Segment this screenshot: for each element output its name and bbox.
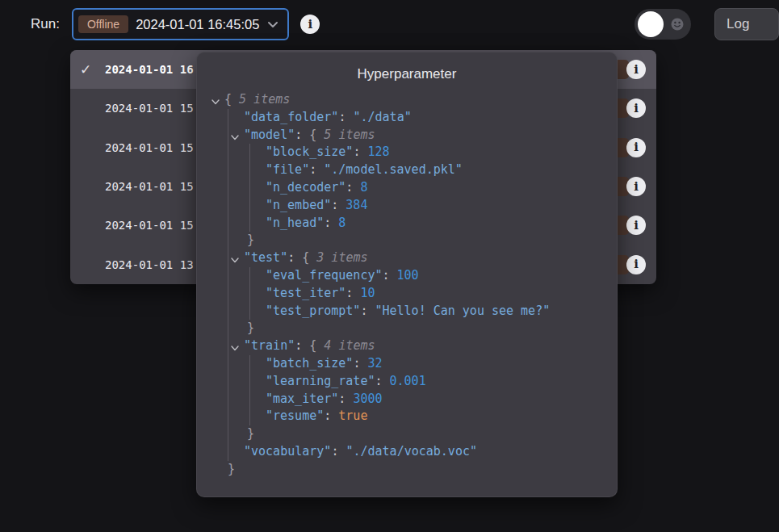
- json-key: "train": [244, 338, 295, 353]
- smiley-face-icon: [671, 18, 684, 31]
- json-close-brace: }: [247, 232, 254, 247]
- json-colon: :: [360, 304, 375, 318]
- json-key: "max_iter": [266, 392, 338, 406]
- json-line: "batch_size": 32: [266, 355, 617, 373]
- collapse-chevron-icon[interactable]: [211, 94, 222, 106]
- run-select-dropdown[interactable]: Offline 2024-01-01 16:45:05: [72, 8, 289, 40]
- json-colon: :: [324, 216, 338, 230]
- json-open-brace: {: [302, 250, 316, 265]
- log-button[interactable]: Log: [714, 8, 779, 40]
- json-close-brace-line: }: [247, 232, 617, 249]
- json-key: "test": [244, 250, 287, 265]
- selected-run-value: 2024-01-01 16:45:05: [136, 17, 259, 32]
- json-children-group: "eval_frequency": 100"test_iter": 10"tes…: [249, 267, 617, 320]
- json-line: "data_folder": "./data": [244, 109, 617, 127]
- json-line: "n_head": 8: [266, 215, 617, 232]
- toggle-knob[interactable]: [638, 11, 664, 37]
- info-icon[interactable]: i: [626, 98, 646, 118]
- json-tree-view: { 5 items"data_folder": "./data""model":…: [197, 91, 617, 479]
- info-icon[interactable]: i: [300, 15, 320, 34]
- json-colon: :: [383, 268, 397, 283]
- collapse-chevron-icon[interactable]: [230, 341, 241, 352]
- json-colon: :: [324, 408, 338, 423]
- json-key: "n_head": [266, 216, 324, 230]
- run-option-label: 2024-01-01 15: [105, 141, 194, 154]
- json-colon: :: [346, 180, 360, 195]
- hyperparameter-popover: Hyperparameter { 5 items"data_folder": "…: [196, 52, 618, 497]
- json-items-count: 5 items: [239, 92, 290, 107]
- json-line: { 5 items: [224, 91, 617, 109]
- json-line: "model": { 5 items: [244, 127, 617, 145]
- json-close-brace-line: }: [247, 320, 617, 337]
- json-value: "./data/vocab.voc": [346, 444, 477, 459]
- json-value: 384: [346, 198, 367, 212]
- check-icon: ✓: [80, 61, 91, 77]
- json-value: 3000: [353, 392, 382, 406]
- collapse-chevron-icon[interactable]: [230, 253, 241, 264]
- json-key: "vocabulary": [244, 444, 331, 459]
- json-close-brace: }: [247, 426, 254, 441]
- json-open-brace: {: [309, 338, 324, 353]
- top-bar: Run: Offline 2024-01-01 16:45:05 i Log: [0, 0, 779, 48]
- run-option-label: 2024-01-01 15: [105, 219, 194, 232]
- json-value: 128: [367, 145, 389, 159]
- json-line: "train": { 4 items: [244, 337, 617, 355]
- json-children-group: "batch_size": 32"learning_rate": 0.001"m…: [249, 355, 617, 425]
- json-line: "file": "./model.saved.pkl": [266, 161, 617, 179]
- info-icon[interactable]: i: [626, 60, 646, 79]
- json-line: "eval_frequency": 100: [266, 267, 617, 285]
- json-key: "file": [266, 162, 309, 177]
- json-line: "test_iter": 10: [266, 285, 617, 303]
- json-colon: :: [331, 198, 346, 212]
- json-line: "test": { 3 items: [244, 249, 617, 267]
- info-icon[interactable]: i: [626, 177, 646, 196]
- json-key: "data_folder": [244, 110, 338, 124]
- json-colon: :: [375, 374, 389, 388]
- offline-status-badge: Offline: [78, 15, 128, 33]
- json-key: "block_size": [266, 145, 353, 159]
- json-children-group: "data_folder": "./data""model": { 5 item…: [228, 109, 617, 461]
- json-value: 0.001: [390, 374, 426, 388]
- collapse-chevron-icon[interactable]: [230, 130, 241, 141]
- run-option-label: 2024-01-01 13: [105, 258, 194, 271]
- json-close-brace: }: [228, 462, 235, 476]
- json-line: "test_prompt": "Hello! Can you see me?": [266, 303, 617, 320]
- json-value: 8: [360, 180, 367, 195]
- json-value: 10: [360, 286, 375, 300]
- json-value: "Hello! Can you see me?": [375, 304, 550, 318]
- popover-title: Hyperparameter: [197, 52, 617, 82]
- json-close-brace-line: }: [247, 425, 617, 443]
- json-line: "n_decoder": 8: [266, 179, 617, 197]
- json-colon: :: [287, 250, 302, 265]
- json-value: "./data": [353, 110, 411, 124]
- json-close-brace: }: [247, 320, 254, 335]
- json-colon: :: [353, 145, 367, 159]
- json-value: 8: [338, 216, 346, 230]
- json-close-brace-line: }: [228, 461, 617, 479]
- json-colon: :: [338, 392, 353, 406]
- run-option-label: 2024-01-01 15: [105, 102, 194, 115]
- json-key: "test_iter": [266, 286, 346, 300]
- info-icon[interactable]: i: [626, 138, 646, 157]
- json-children-group: "block_size": 128"file": "./model.saved.…: [249, 144, 617, 232]
- app-root: { "header": { "run_label": "Run:", "sele…: [0, 0, 779, 532]
- json-colon: :: [338, 110, 353, 124]
- theme-toggle[interactable]: [635, 9, 691, 40]
- info-icon[interactable]: i: [626, 255, 646, 274]
- json-line: "max_iter": 3000: [266, 391, 617, 408]
- json-line: "block_size": 128: [266, 144, 617, 161]
- json-key: "resume": [266, 408, 324, 423]
- json-key: "batch_size": [266, 356, 353, 371]
- json-colon: :: [295, 338, 309, 353]
- json-value: 32: [367, 356, 382, 371]
- json-items-count: 3 items: [316, 250, 367, 265]
- json-key: "n_embed": [266, 198, 331, 212]
- json-key: "eval_frequency": [266, 268, 383, 283]
- json-key: "model": [244, 128, 295, 142]
- info-icon[interactable]: i: [626, 216, 646, 235]
- json-open-brace: {: [224, 92, 239, 107]
- run-option-label: 2024-01-01 16: [105, 63, 194, 76]
- run-label: Run:: [31, 16, 60, 32]
- json-items-count: 4 items: [324, 338, 375, 353]
- json-line: "learning_rate": 0.001: [266, 373, 617, 391]
